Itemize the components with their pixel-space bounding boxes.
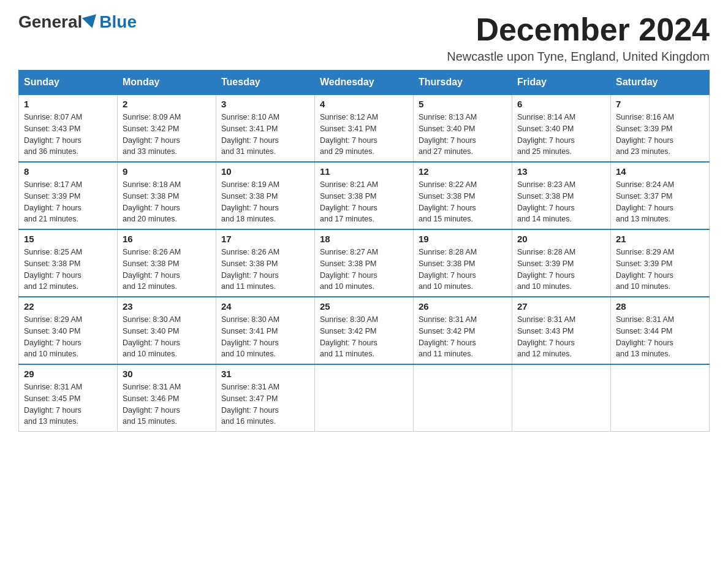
calendar-cell: 19 Sunrise: 8:28 AM Sunset: 3:38 PM Dayl… (414, 229, 512, 297)
location-title: Newcastle upon Tyne, England, United Kin… (447, 50, 710, 64)
day-info: Sunrise: 8:07 AM Sunset: 3:43 PM Dayligh… (24, 112, 112, 158)
day-info: Sunrise: 8:30 AM Sunset: 3:42 PM Dayligh… (320, 314, 408, 360)
calendar-cell: 29 Sunrise: 8:31 AM Sunset: 3:45 PM Dayl… (19, 364, 118, 432)
day-number: 7 (616, 99, 704, 109)
week-row-2: 8 Sunrise: 8:17 AM Sunset: 3:39 PM Dayli… (19, 162, 710, 229)
day-info: Sunrise: 8:31 AM Sunset: 3:46 PM Dayligh… (123, 381, 211, 427)
calendar-cell: 4 Sunrise: 8:12 AM Sunset: 3:41 PM Dayli… (315, 94, 414, 162)
month-title: December 2024 (447, 12, 710, 47)
calendar-cell: 26 Sunrise: 8:31 AM Sunset: 3:42 PM Dayl… (414, 297, 512, 364)
day-number: 12 (419, 166, 507, 177)
day-info: Sunrise: 8:30 AM Sunset: 3:40 PM Dayligh… (123, 314, 211, 360)
calendar-cell (315, 364, 414, 432)
calendar-cell: 21 Sunrise: 8:29 AM Sunset: 3:39 PM Dayl… (611, 229, 710, 297)
day-number: 24 (221, 301, 309, 312)
day-info: Sunrise: 8:31 AM Sunset: 3:42 PM Dayligh… (419, 314, 507, 360)
day-number: 22 (24, 301, 112, 312)
day-number: 27 (517, 301, 605, 312)
day-number: 23 (123, 301, 211, 312)
calendar-cell: 25 Sunrise: 8:30 AM Sunset: 3:42 PM Dayl… (315, 297, 414, 364)
day-info: Sunrise: 8:18 AM Sunset: 3:38 PM Dayligh… (123, 179, 211, 225)
day-info: Sunrise: 8:31 AM Sunset: 3:43 PM Dayligh… (517, 314, 605, 360)
logo: General Blue (18, 12, 137, 32)
title-area: December 2024 Newcastle upon Tyne, Engla… (447, 12, 710, 64)
day-number: 29 (24, 369, 112, 379)
col-friday: Friday (512, 71, 611, 95)
day-info: Sunrise: 8:27 AM Sunset: 3:38 PM Dayligh… (320, 247, 408, 293)
calendar-cell: 24 Sunrise: 8:30 AM Sunset: 3:41 PM Dayl… (216, 297, 315, 364)
logo-blue-text: Blue (99, 12, 137, 32)
day-number: 16 (123, 234, 211, 244)
day-number: 20 (517, 234, 605, 244)
calendar-header-row: Sunday Monday Tuesday Wednesday Thursday… (19, 71, 710, 95)
day-number: 25 (320, 301, 408, 312)
day-info: Sunrise: 8:21 AM Sunset: 3:38 PM Dayligh… (320, 179, 408, 225)
calendar-cell: 7 Sunrise: 8:16 AM Sunset: 3:39 PM Dayli… (611, 94, 710, 162)
day-info: Sunrise: 8:14 AM Sunset: 3:40 PM Dayligh… (517, 112, 605, 158)
col-saturday: Saturday (611, 71, 710, 95)
week-row-1: 1 Sunrise: 8:07 AM Sunset: 3:43 PM Dayli… (19, 94, 710, 162)
col-wednesday: Wednesday (315, 71, 414, 95)
day-info: Sunrise: 8:12 AM Sunset: 3:41 PM Dayligh… (320, 112, 408, 158)
calendar-cell (512, 364, 611, 432)
day-number: 3 (221, 99, 309, 109)
calendar-cell (611, 364, 710, 432)
col-tuesday: Tuesday (216, 71, 315, 95)
calendar-cell: 30 Sunrise: 8:31 AM Sunset: 3:46 PM Dayl… (118, 364, 216, 432)
day-info: Sunrise: 8:17 AM Sunset: 3:39 PM Dayligh… (24, 179, 112, 225)
week-row-4: 22 Sunrise: 8:29 AM Sunset: 3:40 PM Dayl… (19, 297, 710, 364)
day-number: 14 (616, 166, 704, 177)
day-number: 8 (24, 166, 112, 177)
day-info: Sunrise: 8:30 AM Sunset: 3:41 PM Dayligh… (221, 314, 309, 360)
calendar-cell: 17 Sunrise: 8:26 AM Sunset: 3:38 PM Dayl… (216, 229, 315, 297)
day-number: 13 (517, 166, 605, 177)
calendar-cell: 28 Sunrise: 8:31 AM Sunset: 3:44 PM Dayl… (611, 297, 710, 364)
day-number: 31 (221, 369, 309, 379)
calendar-cell: 2 Sunrise: 8:09 AM Sunset: 3:42 PM Dayli… (118, 94, 216, 162)
day-number: 21 (616, 234, 704, 244)
col-thursday: Thursday (414, 71, 512, 95)
calendar-cell: 3 Sunrise: 8:10 AM Sunset: 3:41 PM Dayli… (216, 94, 315, 162)
day-info: Sunrise: 8:28 AM Sunset: 3:39 PM Dayligh… (517, 247, 605, 293)
day-info: Sunrise: 8:31 AM Sunset: 3:47 PM Dayligh… (221, 381, 309, 427)
day-number: 18 (320, 234, 408, 244)
page-header: General Blue December 2024 Newcastle upo… (18, 12, 710, 64)
day-number: 5 (419, 99, 507, 109)
day-info: Sunrise: 8:16 AM Sunset: 3:39 PM Dayligh… (616, 112, 704, 158)
day-number: 15 (24, 234, 112, 244)
day-number: 30 (123, 369, 211, 379)
calendar-cell: 27 Sunrise: 8:31 AM Sunset: 3:43 PM Dayl… (512, 297, 611, 364)
logo-triangle-icon (82, 14, 99, 30)
week-row-5: 29 Sunrise: 8:31 AM Sunset: 3:45 PM Dayl… (19, 364, 710, 432)
calendar-cell: 10 Sunrise: 8:19 AM Sunset: 3:38 PM Dayl… (216, 162, 315, 229)
day-number: 4 (320, 99, 408, 109)
day-info: Sunrise: 8:25 AM Sunset: 3:38 PM Dayligh… (24, 247, 112, 293)
day-info: Sunrise: 8:09 AM Sunset: 3:42 PM Dayligh… (123, 112, 211, 158)
day-number: 26 (419, 301, 507, 312)
calendar-cell: 12 Sunrise: 8:22 AM Sunset: 3:38 PM Dayl… (414, 162, 512, 229)
day-info: Sunrise: 8:22 AM Sunset: 3:38 PM Dayligh… (419, 179, 507, 225)
calendar-cell: 22 Sunrise: 8:29 AM Sunset: 3:40 PM Dayl… (19, 297, 118, 364)
day-info: Sunrise: 8:28 AM Sunset: 3:38 PM Dayligh… (419, 247, 507, 293)
calendar-cell: 16 Sunrise: 8:26 AM Sunset: 3:38 PM Dayl… (118, 229, 216, 297)
day-info: Sunrise: 8:29 AM Sunset: 3:39 PM Dayligh… (616, 247, 704, 293)
calendar-cell: 9 Sunrise: 8:18 AM Sunset: 3:38 PM Dayli… (118, 162, 216, 229)
calendar-cell: 20 Sunrise: 8:28 AM Sunset: 3:39 PM Dayl… (512, 229, 611, 297)
col-monday: Monday (118, 71, 216, 95)
calendar-cell: 31 Sunrise: 8:31 AM Sunset: 3:47 PM Dayl… (216, 364, 315, 432)
day-info: Sunrise: 8:26 AM Sunset: 3:38 PM Dayligh… (221, 247, 309, 293)
day-number: 17 (221, 234, 309, 244)
day-info: Sunrise: 8:26 AM Sunset: 3:38 PM Dayligh… (123, 247, 211, 293)
day-number: 28 (616, 301, 704, 312)
calendar-cell: 1 Sunrise: 8:07 AM Sunset: 3:43 PM Dayli… (19, 94, 118, 162)
calendar-cell: 14 Sunrise: 8:24 AM Sunset: 3:37 PM Dayl… (611, 162, 710, 229)
day-number: 11 (320, 166, 408, 177)
logo-general-text: General (18, 12, 82, 32)
col-sunday: Sunday (19, 71, 118, 95)
day-number: 9 (123, 166, 211, 177)
day-number: 10 (221, 166, 309, 177)
calendar-cell: 18 Sunrise: 8:27 AM Sunset: 3:38 PM Dayl… (315, 229, 414, 297)
day-info: Sunrise: 8:31 AM Sunset: 3:45 PM Dayligh… (24, 381, 112, 427)
day-info: Sunrise: 8:10 AM Sunset: 3:41 PM Dayligh… (221, 112, 309, 158)
calendar-cell: 5 Sunrise: 8:13 AM Sunset: 3:40 PM Dayli… (414, 94, 512, 162)
